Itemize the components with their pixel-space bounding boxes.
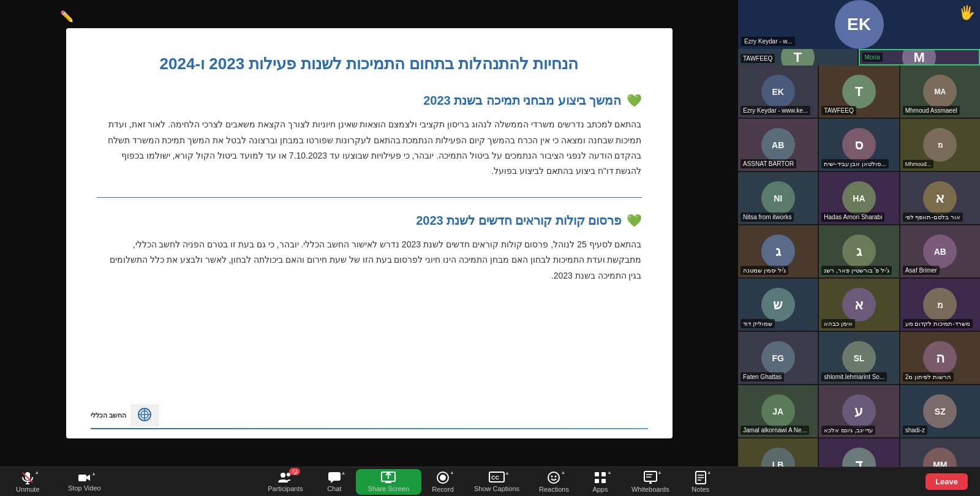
svg-rect-23 xyxy=(595,472,599,476)
footer-text: החשב הכללי xyxy=(91,411,126,419)
slide-title: הנחיות להתנהלות בתחום התמיכות לשנות פעיל… xyxy=(97,53,642,75)
main-container: ✏️ הנחיות להתנהלות בתחום התמיכות לשנות פ… xyxy=(0,0,980,467)
participants-button[interactable]: 73 ▲ Participants xyxy=(258,469,312,495)
video-cell-shlomit: SL shlomit.lehmarint So... xyxy=(819,332,899,384)
video-cell-asaf: AB Asaf Brimer xyxy=(900,225,980,277)
svg-point-17 xyxy=(440,475,446,481)
record-icon: ▲ xyxy=(436,471,450,484)
notes-icon: ▲ xyxy=(695,471,707,484)
tawfeeq2-name: TAWFEEQ xyxy=(821,106,856,115)
video-cell-nitsa: NI Nitsa from itworks xyxy=(738,172,818,224)
reactions-caret: ▲ xyxy=(561,470,566,475)
slide-section2-title: 💚 פרסום קולות קוראים חדשים לשנת 2023 xyxy=(97,213,642,228)
mhmoud2-name: Mhmoud... xyxy=(903,160,934,168)
grid-row-1: EK Ezry Keydar - www.ke... T TAWFEEQ MA … xyxy=(738,66,980,118)
video-cell-may: MM May Massalha xyxy=(900,438,980,467)
shmulik-name: שמוליק דוד xyxy=(741,319,775,328)
edit-icon[interactable]: ✏️ xyxy=(60,10,74,23)
tawfeeq-name: TAWFEEQ xyxy=(741,54,775,63)
or-name: אור בלסם-תאפף לפי xyxy=(903,212,963,222)
svg-rect-26 xyxy=(601,479,606,483)
grid-row-3: NI Nitsa from itworks HA Hadas Arnon Sha… xyxy=(738,172,980,224)
nitsa-name: Nitsa from itworks xyxy=(741,212,794,222)
grid-row-5: ש שמוליק דוד א אימן כבהא מ משרד-תמיכות ל… xyxy=(738,279,980,331)
slide-area: ✏️ הנחיות להתנהלות בתחום התמיכות לשנות פ… xyxy=(0,0,738,467)
grid-row-2: AB ASSNAT BARTOR ס סולטאן אבן עביד-ישית.… xyxy=(738,119,980,171)
svg-rect-25 xyxy=(595,479,599,483)
unmute-button[interactable]: ▲ Unmute xyxy=(6,468,50,495)
participants-label: Participants xyxy=(268,485,303,492)
share-screen-label: Share Screen xyxy=(368,485,409,492)
video-cell-einat: ד ד"ר עינת הון וחברה משרד xyxy=(819,438,899,467)
iman-name: אימן כבהא xyxy=(821,319,855,328)
footer-logo xyxy=(131,405,159,426)
video-cell-adi: ע עדי יגב, גיונס אלכא xyxy=(819,385,899,437)
video-cell-jilp: ג ג'יל פ' בורשטיין פאר, רשנ xyxy=(819,225,899,277)
svg-point-20 xyxy=(548,472,559,483)
ezry2-name: Ezry Keydar - www.ke... xyxy=(741,106,810,115)
video-cell-jil: ג ג'יל יסמין שמטנה xyxy=(738,225,818,277)
featured-avatar: EK xyxy=(835,0,884,49)
featured-name: Ezry Keydar - w... xyxy=(741,37,795,46)
whiteboards-caret: ▲ xyxy=(657,470,662,475)
grid-rows: EK Ezry Keydar - www.ke... T TAWFEEQ MA … xyxy=(738,66,980,467)
grid-row-7: JA Jamal alkornawi A Ne... ע עדי יגב, גי… xyxy=(738,385,980,437)
section2-emoji: 💚 xyxy=(627,213,642,228)
jamal-name: Jamal alkornawi A Ne... xyxy=(741,426,809,435)
leave-button[interactable]: Leave xyxy=(925,473,968,490)
svg-rect-9 xyxy=(78,475,86,481)
video-cell-mhmoud2: מ Mhmoud... xyxy=(900,119,980,171)
slide-bottom-line xyxy=(91,428,648,429)
video-grid: 🖐️ EK Ezry Keydar - w... T TAWFEEQ M Mor… xyxy=(738,0,980,467)
chat-icon: ▲ xyxy=(328,472,341,484)
grid-row-4: ג ג'יל יסמין שמטנה ג ג'יל פ' בורשטיין פא… xyxy=(738,225,980,277)
whiteboards-icon: ▲ xyxy=(644,471,657,484)
participants-icon: 73 ▲ xyxy=(278,472,293,484)
stop-video-label: Stop Video xyxy=(68,484,101,492)
video-cell-misrad: מ משרד-תמיכות לקדום מע xyxy=(900,279,980,331)
video-cell-moria: M Moria xyxy=(859,49,981,66)
video-cell-shadi: SZ shadi-z xyxy=(900,385,980,437)
apps-label: Apps xyxy=(592,486,608,493)
video-cell-tawfeeq2: T TAWFEEQ xyxy=(819,66,899,118)
captions-caret: ▲ xyxy=(505,470,510,476)
reactions-button[interactable]: ▲ Reactions xyxy=(529,468,579,495)
camera-icon: ▲ xyxy=(78,472,91,483)
svg-text:CC: CC xyxy=(491,475,499,481)
video-cell-assnat: AB ASSNAT BARTOR xyxy=(738,119,818,171)
jil-name: ג'יל יסמין שמטנה xyxy=(741,266,788,275)
share-screen-button[interactable]: Share Screen xyxy=(356,469,421,495)
grid-row-6: FG Faten Ghattas SL shlomit.lehmarint So… xyxy=(738,332,980,384)
chat-label: Chat xyxy=(327,485,341,492)
video-cell-hadas: HA Hadas Arnon Sharabi xyxy=(819,172,899,224)
video-cell-ezry2: EK Ezry Keydar - www.ke... xyxy=(738,66,818,118)
video-cell-mhmoud: MA Mhmoud Assmaeel xyxy=(900,66,980,118)
captions-button[interactable]: CC ▲ Show Captions xyxy=(464,469,529,495)
stop-video-button[interactable]: ▲ Stop Video xyxy=(58,470,111,494)
section1-emoji: 💚 xyxy=(627,93,642,108)
mic-caret: ▲ xyxy=(34,470,39,475)
participants-caret: ▲ xyxy=(293,470,298,476)
record-label: Record xyxy=(432,486,453,493)
adi-name: עדי יגב, גיונס אלכא xyxy=(821,426,875,435)
mic-icon: ▲ xyxy=(21,471,34,484)
record-button[interactable]: ▲ Record xyxy=(421,468,464,495)
whiteboards-button[interactable]: ▲ Whiteboards xyxy=(622,468,679,495)
top-row: T TAWFEEQ M Moria xyxy=(738,49,980,66)
assnat-name: ASSNAT BARTOR xyxy=(741,159,796,168)
chat-button[interactable]: ▲ Chat xyxy=(313,469,356,495)
share-screen-icon xyxy=(381,472,396,484)
slide-content: ✏️ הנחיות להתנהלות בתחום התמיכות לשנות פ… xyxy=(66,28,673,438)
moria-name: Moria xyxy=(862,53,883,62)
notes-button[interactable]: ▲ Notes xyxy=(679,468,722,495)
toolbar: ▲ Unmute ▲ Stop Video 73 ▲ Partici xyxy=(0,467,980,496)
apps-caret: ▲ xyxy=(607,470,612,475)
captions-icon: CC ▲ xyxy=(489,472,505,484)
chat-caret: ▲ xyxy=(341,470,346,476)
video-cell-leah: LB LeahB xyxy=(738,438,818,467)
hadas-name: Hadas Arnon Sharabi xyxy=(821,212,884,222)
video-cell-faten: FG Faten Ghattas xyxy=(738,332,818,384)
apps-button[interactable]: ▲ Apps xyxy=(579,468,622,495)
svg-rect-27 xyxy=(644,472,657,481)
grid-row-8: LB LeahB ד ד"ר עינת הון וחברה משרד MM Ma… xyxy=(738,438,980,467)
